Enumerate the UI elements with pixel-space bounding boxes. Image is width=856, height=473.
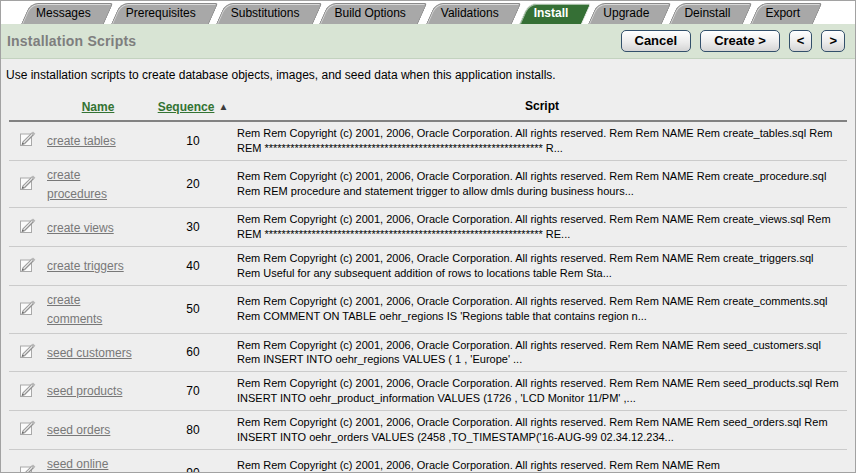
tab-label: Build Options xyxy=(334,6,405,20)
sequence-value: 40 xyxy=(149,259,237,273)
table-row-create-tables: create tables 10 Rem Rem Copyright (c) 2… xyxy=(9,122,847,161)
edit-row-button[interactable] xyxy=(19,256,37,273)
button-group: Cancel Create > < > xyxy=(621,30,846,52)
sequence-value: 60 xyxy=(149,345,237,359)
name-cell: create tables xyxy=(47,131,149,150)
edit-cell xyxy=(9,419,47,440)
script-preview: Rem Rem Copyright (c) 2001, 2006, Oracle… xyxy=(237,458,847,473)
tab-build-options[interactable]: Build Options xyxy=(319,3,418,24)
tab-prerequisites[interactable]: Prerequisites xyxy=(111,3,209,24)
tab-deinstall[interactable]: Deinstall xyxy=(669,3,743,24)
edit-row-button[interactable] xyxy=(19,463,37,473)
tab-label: Substitutions xyxy=(231,6,300,20)
sort-by-name-link[interactable]: Name xyxy=(82,100,115,114)
script-name-link[interactable]: create tables xyxy=(47,134,116,148)
next-page-button[interactable]: > xyxy=(821,30,845,52)
script-name-link[interactable]: create views xyxy=(47,221,114,235)
table-row-create-comments: create comments 50 Rem Rem Copyright (c)… xyxy=(9,286,847,334)
edit-row-button[interactable] xyxy=(19,419,37,436)
table-row-create-triggers: create triggers 40 Rem Rem Copyright (c)… xyxy=(9,247,847,286)
create-button[interactable]: Create > xyxy=(700,30,780,52)
edit-cell xyxy=(9,342,47,363)
edit-cell xyxy=(9,256,47,277)
install-page: Messages Prerequisites Substitutions Bui… xyxy=(0,0,856,473)
tab-label: Upgrade xyxy=(603,6,649,20)
edit-pencil-icon xyxy=(19,384,37,401)
page-description: Use installation scripts to create datab… xyxy=(1,59,855,82)
sequence-value: 10 xyxy=(149,134,237,148)
script-name-link[interactable]: create procedures xyxy=(47,168,107,201)
edit-row-button[interactable] xyxy=(19,217,37,234)
edit-pencil-icon xyxy=(19,259,37,276)
title-bar: Installation Scripts Cancel Create > < > xyxy=(1,24,855,59)
tab-messages[interactable]: Messages xyxy=(21,3,104,24)
name-cell: create comments xyxy=(47,290,149,329)
table-row-seed-online-catalog: seed online catalog 90 Rem Rem Copyright… xyxy=(9,450,847,473)
name-cell: create views xyxy=(47,218,149,237)
tab-install[interactable]: Install xyxy=(519,3,582,24)
script-name-link[interactable]: seed customers xyxy=(47,346,132,360)
cancel-button[interactable]: Cancel xyxy=(621,30,692,52)
edit-cell xyxy=(9,217,47,238)
edit-row-button[interactable] xyxy=(19,381,37,398)
table-row-create-views: create views 30 Rem Rem Copyright (c) 20… xyxy=(9,208,847,247)
script-preview: Rem Rem Copyright (c) 2001, 2006, Oracle… xyxy=(237,376,847,406)
name-cell: seed products xyxy=(47,381,149,400)
script-name-link[interactable]: seed online catalog xyxy=(47,457,108,473)
script-name-link[interactable]: seed orders xyxy=(47,423,110,437)
edit-row-button[interactable] xyxy=(19,130,37,147)
edit-pencil-icon xyxy=(19,133,37,150)
edit-cell xyxy=(9,174,47,195)
edit-row-button[interactable] xyxy=(19,342,37,359)
edit-pencil-icon xyxy=(19,422,37,439)
table-row-seed-customers: seed customers 60 Rem Rem Copyright (c) … xyxy=(9,334,847,373)
tab-label: Validations xyxy=(441,6,499,20)
content-region: Use installation scripts to create datab… xyxy=(1,59,855,473)
scripts-report: Name Sequence▲ Script xyxy=(9,94,847,473)
sequence-column-header: Sequence▲ xyxy=(149,97,237,115)
edit-cell xyxy=(9,130,47,151)
script-preview: Rem Rem Copyright (c) 2001, 2006, Oracle… xyxy=(237,126,847,156)
sort-by-sequence-link[interactable]: Sequence xyxy=(158,100,215,114)
tab-upgrade[interactable]: Upgrade xyxy=(588,3,662,24)
edit-row-button[interactable] xyxy=(19,174,37,191)
tab-bar: Messages Prerequisites Substitutions Bui… xyxy=(1,1,855,24)
edit-pencil-icon xyxy=(19,302,37,319)
script-preview: Rem Rem Copyright (c) 2001, 2006, Oracle… xyxy=(237,415,847,445)
tab-label: Deinstall xyxy=(684,6,730,20)
tab-label: Install xyxy=(534,6,569,20)
table-body: create tables 10 Rem Rem Copyright (c) 2… xyxy=(9,122,847,473)
script-preview: Rem Rem Copyright (c) 2001, 2006, Oracle… xyxy=(237,251,847,281)
script-column-header: Script xyxy=(237,99,847,113)
script-preview: Rem Rem Copyright (c) 2001, 2006, Oracle… xyxy=(237,338,847,368)
script-preview: Rem Rem Copyright (c) 2001, 2006, Oracle… xyxy=(237,169,847,199)
edit-pencil-icon xyxy=(19,177,37,194)
table-row-create-procedures: create procedures 20 Rem Rem Copyright (… xyxy=(9,161,847,209)
tab-validations[interactable]: Validations xyxy=(426,3,512,24)
script-name-link[interactable]: create comments xyxy=(47,293,102,326)
page-title: Installation Scripts xyxy=(7,33,136,49)
tab-label: Prerequisites xyxy=(126,6,196,20)
sequence-value: 50 xyxy=(149,302,237,316)
edit-cell xyxy=(9,463,47,473)
report-header: Name Sequence▲ Script xyxy=(9,94,847,122)
sort-ascending-icon: ▲ xyxy=(218,101,228,112)
table-row-seed-products: seed products 70 Rem Rem Copyright (c) 2… xyxy=(9,372,847,411)
tab-export[interactable]: Export xyxy=(750,3,813,24)
tab-substitutions[interactable]: Substitutions xyxy=(216,3,313,24)
table-row-seed-orders: seed orders 80 Rem Rem Copyright (c) 200… xyxy=(9,411,847,450)
name-column-header: Name xyxy=(47,97,149,115)
name-cell: seed orders xyxy=(47,420,149,439)
edit-cell xyxy=(9,299,47,320)
name-cell: create triggers xyxy=(47,256,149,275)
script-preview: Rem Rem Copyright (c) 2001, 2006, Oracle… xyxy=(237,294,847,324)
sequence-value: 20 xyxy=(149,177,237,191)
sequence-value: 90 xyxy=(149,466,237,473)
tab-label: Export xyxy=(765,6,800,20)
script-name-link[interactable]: seed products xyxy=(47,384,122,398)
previous-page-button[interactable]: < xyxy=(789,30,813,52)
script-name-link[interactable]: create triggers xyxy=(47,259,124,273)
edit-row-button[interactable] xyxy=(19,299,37,316)
sequence-value: 30 xyxy=(149,220,237,234)
edit-pencil-icon xyxy=(19,466,37,473)
